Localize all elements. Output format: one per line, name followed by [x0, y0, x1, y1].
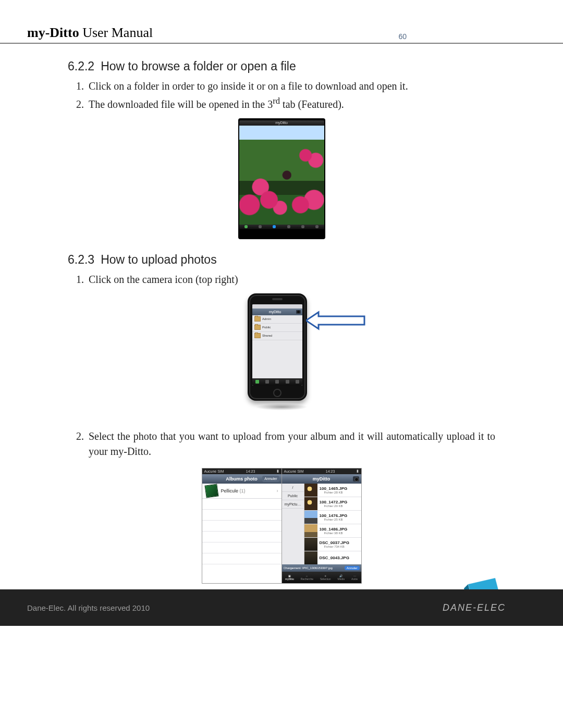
chevron-right-icon: › — [277, 488, 278, 493]
folder-row[interactable]: Public — [252, 324, 302, 332]
figure-3: Aucune SIM 14:23 ▮ Albums photo Annuler … — [68, 465, 495, 584]
file-row[interactable]: 100_1472.JPGFichier 29 KB — [304, 497, 361, 511]
file-name: 100_1472.JPG — [320, 500, 348, 504]
file-row[interactable]: DSC_0043.JPG — [304, 551, 361, 564]
tab-label: Média — [338, 577, 345, 581]
file-size: Fichier 28 KB — [320, 491, 348, 494]
list-item: Select the photo that you want to upload… — [87, 429, 495, 459]
screenshot-albums: Aucune SIM 14:23 ▮ Albums photo Annuler … — [202, 468, 282, 584]
side-nav-item[interactable]: Public — [282, 492, 304, 500]
navbar: Albums photo Annuler — [202, 474, 282, 484]
cancel-button[interactable]: Annuler — [262, 476, 279, 482]
section-6-2-3-title: How to upload photos — [101, 253, 217, 266]
album-row[interactable]: Pellicule (1) › — [202, 484, 282, 499]
file-name: 100_1486.JPG — [320, 527, 348, 532]
tab-icon — [244, 225, 248, 228]
folder-row[interactable]: Shared — [252, 332, 302, 340]
doc-title-rest: User Manual — [79, 25, 153, 40]
nav-title: myDitto — [313, 476, 331, 482]
tab-icon — [296, 380, 299, 384]
tab-icon — [273, 225, 276, 228]
file-name: DSC_0037.JPG — [320, 540, 349, 545]
tab-icon — [275, 380, 279, 384]
file-row[interactable]: DSC_0037.JPGFichier 734 KB — [304, 538, 361, 551]
battery-icon: ▮ — [277, 469, 279, 473]
screenshot-myditto: Aucune SIM 14:23 ▮ myDitto / Public myPi… — [282, 468, 362, 584]
tab-média[interactable]: 🔊Média — [338, 574, 345, 581]
tab-recherche[interactable]: ⌕Recherche — [301, 574, 313, 581]
file-size: Fichier 25 KB — [320, 518, 348, 521]
section-6-2-3-number: 6.2.3 — [68, 253, 94, 266]
section-6-2-3-list-b: Select the photo that you want to upload… — [87, 429, 495, 459]
tab-autre[interactable]: ⋯Autre — [351, 574, 358, 581]
file-thumb-icon — [304, 551, 317, 564]
list-item: Click on a folder in order to go inside … — [87, 79, 495, 94]
nav-title: Albums photo — [226, 476, 258, 482]
callout-arrow-icon — [306, 310, 369, 331]
tab-icon — [315, 225, 319, 228]
svg-marker-0 — [306, 312, 364, 329]
file-row[interactable]: 100_1476.JPGFichier 25 KB — [304, 511, 361, 524]
tablet-tabbar — [239, 225, 324, 229]
file-name: 100_1476.JPG — [320, 513, 348, 518]
side-nav: / Public myPictu… — [282, 484, 304, 564]
file-thumb-icon — [304, 524, 317, 537]
statusbar: Aucune SIM 14:23 ▮ — [282, 468, 361, 474]
file-size: Fichier 38 KB — [320, 532, 348, 535]
statusbar: Aucune SIM 14:23 ▮ — [202, 468, 282, 474]
tab-label: Sélection — [320, 577, 331, 581]
section-6-2-2-title: How to browse a folder or open a file — [101, 59, 296, 73]
phone-frame: myDitto Admin Public Shared — [248, 293, 307, 401]
battery-icon: ▮ — [357, 469, 359, 473]
camera-icon[interactable] — [296, 310, 301, 314]
list-item: The downloaded file will be opened in th… — [87, 95, 495, 112]
phone-nav-title: myDitto — [269, 310, 282, 314]
file-thumb-icon — [304, 538, 317, 551]
tab-icon — [265, 380, 269, 384]
carrier-label: Aucune SIM — [284, 470, 304, 473]
file-size: Fichier 734 KB — [320, 545, 349, 548]
section-6-2-2-number: 6.2.2 — [68, 59, 94, 73]
navbar: myDitto — [282, 474, 361, 484]
file-thumb-icon — [304, 497, 317, 510]
phone-navbar: myDitto — [252, 309, 302, 315]
tab-icon — [259, 225, 262, 228]
file-thumb-icon — [304, 511, 317, 524]
phone-tabbar — [252, 378, 302, 386]
brand-name: DANE-ELEC — [443, 602, 506, 613]
tab-icon — [287, 225, 290, 228]
file-thumb-icon — [304, 484, 317, 497]
cancel-upload-button[interactable]: Annuler — [345, 566, 360, 570]
folder-icon — [254, 325, 261, 330]
empty-row — [202, 510, 282, 521]
figure-2: myDitto Admin Public Shared — [68, 293, 495, 415]
carrier-label: Aucune SIM — [204, 470, 224, 473]
file-row[interactable]: 100_1486.JPGFichier 38 KB — [304, 524, 361, 538]
empty-row — [202, 542, 282, 553]
file-name: DSC_0043.JPG — [320, 556, 349, 560]
tab-icon — [286, 380, 289, 384]
file-row[interactable]: 100_1465.JPGFichier 28 KB — [304, 484, 361, 497]
side-nav-item[interactable]: / — [282, 484, 304, 492]
side-nav-item[interactable]: myPictu… — [282, 500, 304, 509]
upload-progress-label: Chargement: IPIC_1306153397.jpg — [284, 566, 333, 570]
list-item: Click on the camera icon (top right) — [87, 272, 495, 287]
tab-icon — [255, 380, 259, 384]
tab-myditto[interactable]: ▣myDitto — [285, 574, 294, 581]
tab-label: myDitto — [285, 577, 294, 581]
tablet-titlebar: myDitto — [239, 120, 324, 126]
empty-row — [202, 553, 282, 564]
album-count: (1) — [240, 488, 246, 493]
folder-label: Shared — [262, 334, 272, 337]
folder-label: Public — [262, 326, 271, 329]
section-6-2-2-heading: 6.2.2How to browse a folder or open a fi… — [68, 59, 495, 73]
folder-row[interactable]: Admin — [252, 315, 302, 324]
tab-sélection[interactable]: ★Sélection — [320, 574, 331, 581]
phone-screen: myDitto Admin Public Shared — [252, 304, 302, 386]
file-name: 100_1465.JPG — [320, 486, 348, 491]
page-number: 60 — [398, 32, 407, 41]
section-6-2-3-list-a: Click on the camera icon (top right) — [87, 272, 495, 287]
camera-icon[interactable] — [353, 476, 359, 482]
tab-icon — [301, 225, 304, 228]
album-thumb-icon — [204, 484, 218, 498]
